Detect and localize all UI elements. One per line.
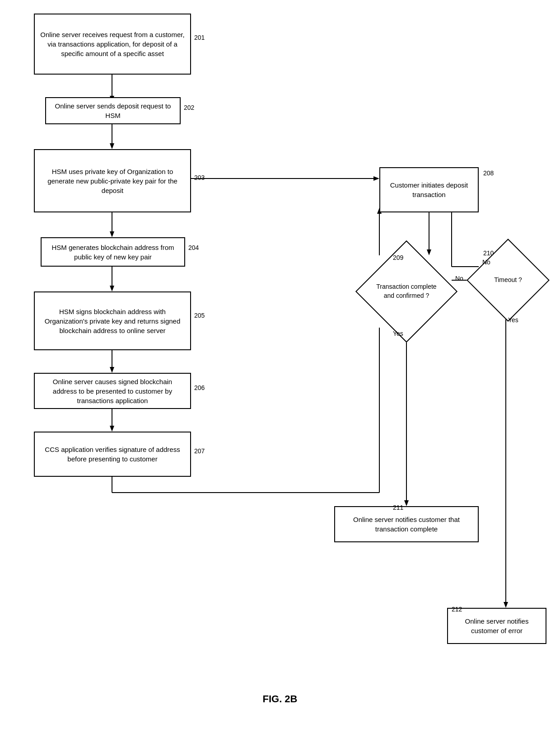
svg-marker-3: [110, 143, 114, 149]
fig-caption: FIG. 2B: [0, 693, 560, 705]
no-label-1: No: [455, 275, 463, 282]
svg-marker-7: [373, 176, 379, 181]
label-205: 205: [194, 312, 205, 319]
label-206: 206: [194, 384, 205, 391]
svg-marker-5: [110, 231, 114, 237]
diagram-container: Online server receives request from a cu…: [0, 0, 560, 714]
svg-marker-11: [110, 367, 114, 373]
yes-label-2: Yes: [508, 316, 518, 324]
svg-marker-15: [427, 249, 431, 255]
diamond-209: Transaction complete and confirmed ?: [370, 255, 443, 328]
label-203: 203: [194, 174, 205, 181]
svg-marker-17: [404, 500, 409, 506]
label-210: 210: [483, 249, 494, 257]
box-207-text: CCS application verifies signature of ad…: [40, 445, 185, 464]
label-209: 209: [393, 254, 403, 261]
label-202: 202: [184, 104, 194, 111]
box-204: HSM generates blockchain address from pu…: [41, 237, 185, 267]
box-211: Online server notifies customer that tra…: [334, 506, 479, 542]
box-203-text: HSM uses private key of Organization to …: [40, 167, 185, 195]
label-211: 211: [393, 504, 403, 511]
box-201: Online server receives request from a cu…: [34, 14, 191, 75]
label-204: 204: [188, 244, 199, 251]
box-212-text: Online server notifies customer of error: [453, 616, 540, 635]
no-label-2: No: [482, 258, 490, 266]
label-201: 201: [194, 34, 205, 41]
box-203: HSM uses private key of Organization to …: [34, 149, 191, 212]
box-206: Online server causes signed blockchain a…: [34, 373, 191, 409]
box-202-text: Online server sends deposit request to H…: [51, 101, 174, 120]
diamond-210-text: Timeout ?: [494, 276, 522, 285]
box-208-text: Customer initiates deposit transaction: [386, 180, 472, 199]
box-207: CCS application verifies signature of ad…: [34, 432, 191, 477]
label-207: 207: [194, 447, 205, 455]
box-202: Online server sends deposit request to H…: [45, 97, 181, 124]
label-212: 212: [452, 606, 462, 613]
box-205: HSM signs blockchain address with Organi…: [34, 291, 191, 350]
diamond-209-text: Transaction complete and confirmed ?: [370, 282, 443, 300]
svg-marker-9: [110, 286, 114, 291]
box-211-text: Online server notifies customer that tra…: [341, 515, 472, 534]
box-208: Customer initiates deposit transaction: [379, 167, 479, 212]
box-212: Online server notifies customer of error: [447, 608, 546, 644]
yes-label-1: Yes: [393, 330, 403, 337]
label-208: 208: [483, 169, 494, 177]
box-204-text: HSM generates blockchain address from pu…: [47, 243, 179, 262]
box-205-text: HSM signs blockchain address with Organi…: [40, 307, 185, 335]
box-206-text: Online server causes signed blockchain a…: [40, 377, 185, 405]
svg-marker-21: [504, 602, 508, 608]
svg-marker-13: [110, 426, 114, 432]
box-201-text: Online server receives request from a cu…: [40, 30, 185, 58]
